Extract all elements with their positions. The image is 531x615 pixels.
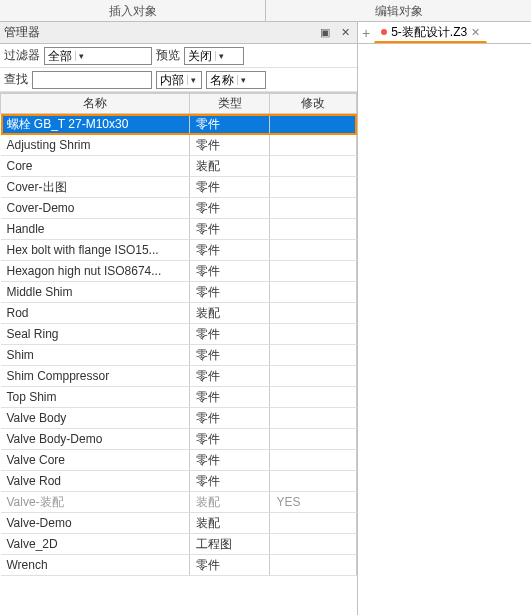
table-row[interactable]: Shim Comppressor零件 (1, 366, 357, 387)
tab-insert-object[interactable]: 插入对象 (0, 0, 266, 21)
close-tab-icon[interactable]: ✕ (471, 26, 480, 39)
cell-name: Valve Rod (1, 471, 190, 492)
filter-value: 全部 (45, 48, 75, 64)
preview-label: 预览 (156, 47, 180, 64)
filter-label: 过滤器 (4, 47, 40, 64)
cell-name: Hexagon high nut ISO8674... (1, 261, 190, 282)
cell-type: 零件 (190, 345, 270, 366)
table-row[interactable]: Valve Body-Demo零件 (1, 429, 357, 450)
cell-name: Adjusting Shrim (1, 135, 190, 156)
cell-type: 零件 (190, 555, 270, 576)
chevron-down-icon[interactable]: ▾ (187, 75, 199, 85)
table-row[interactable]: Valve Rod零件 (1, 471, 357, 492)
scope-value: 内部 (157, 72, 187, 88)
cell-name: 螺栓 GB_T 27-M10x30 (1, 114, 190, 135)
cell-name: Hex bolt with flange ISO15... (1, 240, 190, 261)
cell-mod (270, 282, 357, 303)
cell-mod (270, 555, 357, 576)
table-row[interactable]: Cover-出图零件 (1, 177, 357, 198)
search-toolbar: 查找 内部 ▾ 名称 ▾ (0, 68, 357, 92)
col-header-mod[interactable]: 修改 (270, 94, 357, 114)
preview-value: 关闭 (185, 48, 215, 64)
cell-mod (270, 345, 357, 366)
table-row[interactable]: Valve Body零件 (1, 408, 357, 429)
cell-name: Shim Comppressor (1, 366, 190, 387)
close-panel-icon[interactable]: ✕ (337, 25, 353, 41)
table-row[interactable]: Valve-Demo装配 (1, 513, 357, 534)
search-input[interactable] (32, 71, 152, 89)
table-row[interactable]: Seal Ring零件 (1, 324, 357, 345)
cell-name: Valve Body-Demo (1, 429, 190, 450)
cell-type: 零件 (190, 282, 270, 303)
panel-title: 管理器 (4, 24, 313, 41)
cell-type: 装配 (190, 156, 270, 177)
cell-type: 装配 (190, 303, 270, 324)
tab-edit-object[interactable]: 编辑对象 (266, 0, 531, 21)
chevron-down-icon[interactable]: ▾ (75, 51, 87, 61)
cell-mod: YES (270, 492, 357, 513)
table-row[interactable]: Handle零件 (1, 219, 357, 240)
cell-name: Valve-Demo (1, 513, 190, 534)
doc-tab-label: 5-装配设计.Z3 (391, 24, 467, 41)
panel-header: 管理器 ▣ ✕ (0, 22, 357, 44)
table-row[interactable]: 螺栓 GB_T 27-M10x30零件 (1, 114, 357, 135)
table-row[interactable]: Hexagon high nut ISO8674...零件 (1, 261, 357, 282)
cell-name: Top Shim (1, 387, 190, 408)
new-tab-icon[interactable]: + (362, 25, 370, 41)
table-row[interactable]: Valve-装配装配YES (1, 492, 357, 513)
cell-type: 零件 (190, 198, 270, 219)
cell-mod (270, 240, 357, 261)
field-combo[interactable]: 名称 ▾ (206, 71, 266, 89)
cell-mod (270, 198, 357, 219)
filter-combo[interactable]: 全部 ▾ (44, 47, 152, 65)
cell-mod (270, 450, 357, 471)
cell-mod (270, 156, 357, 177)
parts-table: 名称 类型 修改 螺栓 GB_T 27-M10x30零件Adjusting Sh… (0, 93, 357, 576)
cell-name: Valve Core (1, 450, 190, 471)
table-row[interactable]: Middle Shim零件 (1, 282, 357, 303)
cell-type: 装配 (190, 492, 270, 513)
table-row[interactable]: Rod装配 (1, 303, 357, 324)
table-row[interactable]: Wrench零件 (1, 555, 357, 576)
preview-combo[interactable]: 关闭 ▾ (184, 47, 244, 65)
cell-name: Wrench (1, 555, 190, 576)
table-row[interactable]: Shim零件 (1, 345, 357, 366)
filter-toolbar: 过滤器 全部 ▾ 预览 关闭 ▾ (0, 44, 357, 68)
table-row[interactable]: Hex bolt with flange ISO15...零件 (1, 240, 357, 261)
cell-mod (270, 366, 357, 387)
chevron-down-icon[interactable]: ▾ (237, 75, 249, 85)
cell-mod (270, 429, 357, 450)
table-row[interactable]: Top Shim零件 (1, 387, 357, 408)
cell-type: 零件 (190, 114, 270, 135)
modified-dot-icon (381, 29, 387, 35)
cell-mod (270, 513, 357, 534)
table-row[interactable]: Valve_2D工程图 (1, 534, 357, 555)
chevron-down-icon[interactable]: ▾ (215, 51, 227, 61)
table-row[interactable]: Valve Core零件 (1, 450, 357, 471)
cell-mod (270, 114, 357, 135)
cell-mod (270, 471, 357, 492)
col-header-name[interactable]: 名称 (1, 94, 190, 114)
cell-type: 零件 (190, 408, 270, 429)
cell-name: Handle (1, 219, 190, 240)
cell-name: Core (1, 156, 190, 177)
doc-tab-active[interactable]: 5-装配设计.Z3 ✕ (374, 23, 487, 43)
table-row[interactable]: Adjusting Shrim零件 (1, 135, 357, 156)
col-header-type[interactable]: 类型 (190, 94, 270, 114)
cell-name: Valve Body (1, 408, 190, 429)
cell-name: Middle Shim (1, 282, 190, 303)
parts-table-wrap[interactable]: 名称 类型 修改 螺栓 GB_T 27-M10x30零件Adjusting Sh… (0, 92, 357, 615)
cell-type: 零件 (190, 450, 270, 471)
cell-mod (270, 261, 357, 282)
table-row[interactable]: Core装配 (1, 156, 357, 177)
cell-mod (270, 177, 357, 198)
cell-mod (270, 387, 357, 408)
table-row[interactable]: Cover-Demo零件 (1, 198, 357, 219)
mode-tabs: 插入对象 编辑对象 (0, 0, 531, 22)
cell-type: 零件 (190, 429, 270, 450)
minimize-icon[interactable]: ▣ (317, 25, 333, 41)
field-value: 名称 (207, 72, 237, 88)
scope-combo[interactable]: 内部 ▾ (156, 71, 202, 89)
cell-name: Cover-Demo (1, 198, 190, 219)
cell-type: 零件 (190, 219, 270, 240)
